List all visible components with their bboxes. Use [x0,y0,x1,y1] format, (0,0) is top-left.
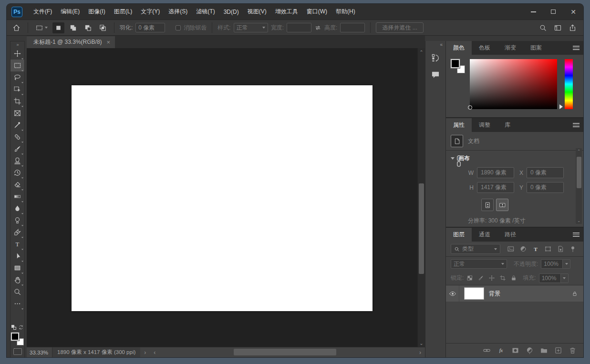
color-picker-marker[interactable] [468,105,472,110]
style-select[interactable]: 正常 [234,23,268,32]
landscape-orientation-button[interactable] [496,199,508,211]
width-input[interactable] [287,23,311,32]
rectangular-marquee-tool[interactable] [10,60,24,71]
tab-layers[interactable]: 图层 [446,228,472,242]
canvas-height-input[interactable]: 1417 像素 [477,182,514,193]
zoom-tool[interactable] [10,286,24,298]
expand-panels-button[interactable]: « [425,41,445,48]
panel-menu-icon[interactable] [573,233,580,237]
path-selection-tool[interactable] [10,250,24,262]
lock-pixels-icon[interactable] [477,274,484,282]
toolbar-expand-handle[interactable]: » [10,41,24,48]
vertical-scroll-thumb[interactable] [419,183,424,274]
hand-tool[interactable] [10,274,24,286]
delete-layer-icon[interactable] [569,346,577,354]
ps-logo[interactable]: Ps [11,7,22,17]
menu-window[interactable]: 窗口(W) [302,6,331,18]
menu-filter[interactable]: 滤镜(T) [192,6,219,18]
eyedropper-tool[interactable] [10,119,24,131]
close-button[interactable]: ✕ [563,4,583,20]
layer-lock-icon[interactable] [572,291,583,297]
tab-channels[interactable]: 通道 [472,228,497,242]
fill-dropdown[interactable] [561,273,569,283]
scroll-left-icon[interactable]: ‹ [150,349,159,356]
swap-colors-icon[interactable] [18,324,24,330]
canvas-y-input[interactable]: 0 像素 [527,182,564,193]
properties-scroll-thumb[interactable] [577,157,581,188]
layer-visibility-toggle[interactable] [446,285,459,302]
maximize-button[interactable] [543,4,563,20]
menu-edit[interactable]: 编辑(E) [56,6,84,18]
scroll-down-icon[interactable]: ⌄ [418,339,425,347]
new-selection-mode[interactable] [52,22,64,33]
fill-input[interactable]: 100% [539,273,561,283]
scroll-down-icon[interactable]: ⌄ [576,218,582,224]
antialias-checkbox[interactable] [176,25,181,30]
menu-image[interactable]: 图像(I) [84,6,109,18]
brush-tool[interactable] [10,143,24,155]
tab-gradients[interactable]: 渐变 [497,41,523,55]
menu-type[interactable]: 文字(Y) [136,6,164,18]
layer-filter-type-select[interactable]: 类型 [451,244,500,254]
lock-transparency-icon[interactable] [466,274,473,282]
minimize-button[interactable] [523,4,543,20]
tool-preset-picker[interactable] [33,22,50,33]
layer-name[interactable]: 背景 [489,290,572,298]
select-and-mask-button[interactable]: 选择并遮住 ... [376,22,423,33]
new-group-icon[interactable] [540,346,548,354]
history-panel-button[interactable] [427,51,444,65]
canvas-width-input[interactable]: 1890 像素 [477,167,514,178]
blur-tool[interactable] [10,202,24,214]
search-icon[interactable] [539,24,547,32]
scroll-right-icon[interactable]: › [415,349,425,356]
filter-smart-objects-icon[interactable] [557,245,564,253]
layer-row-background[interactable]: 背景 [446,285,583,302]
saturation-brightness-field[interactable] [470,59,557,109]
opacity-input[interactable]: 100% [541,259,563,269]
document-properties-button[interactable] [451,135,463,147]
menu-plugins[interactable]: 增效工具 [271,6,302,18]
height-input[interactable] [340,23,365,32]
tab-patterns[interactable]: 图案 [523,41,549,55]
lasso-tool[interactable] [10,71,24,83]
properties-scrollbar[interactable]: ⌃ ⌄ [576,148,582,224]
menu-select[interactable]: 选择(S) [164,6,192,18]
frame-tool[interactable] [10,107,24,119]
vertical-scrollbar[interactable]: ⌃ ⌄ [417,48,425,347]
tab-swatches[interactable]: 色板 [472,41,497,55]
swap-dimensions-icon[interactable] [314,24,321,32]
type-tool[interactable]: T [10,238,24,250]
tab-close-icon[interactable]: × [107,39,111,46]
filter-shape-layers-icon[interactable] [544,245,552,253]
canvas-x-input[interactable]: 0 像素 [527,167,564,178]
tab-properties[interactable]: 属性 [446,118,472,132]
eraser-tool[interactable] [10,179,24,191]
hue-slider[interactable] [565,59,573,109]
workspace-switcher-icon[interactable] [554,24,562,32]
new-adjustment-layer-icon[interactable] [526,346,534,354]
blend-mode-select[interactable]: 正常 [451,259,507,269]
tab-libraries[interactable]: 库 [497,118,518,132]
add-to-selection-mode[interactable] [67,22,79,33]
quick-mask-button[interactable] [13,348,22,355]
hue-slider-arrow[interactable] [559,104,563,109]
rectangle-tool[interactable] [10,262,24,274]
filter-adjustment-layers-icon[interactable] [519,245,527,253]
intersect-selection-mode[interactable] [97,22,109,33]
lock-position-icon[interactable] [488,274,495,282]
opacity-dropdown[interactable] [563,259,570,269]
lock-artboard-icon[interactable] [499,274,506,282]
filter-pin-icon[interactable] [569,245,577,253]
crop-tool[interactable] [10,95,24,107]
filter-pixel-layers-icon[interactable] [507,245,515,253]
tab-adjustments[interactable]: 调整 [472,118,497,132]
scroll-up-icon[interactable]: ⌃ [418,48,425,56]
home-button[interactable] [10,22,22,33]
spot-healing-brush-tool[interactable] [10,131,24,143]
menu-3d[interactable]: 3D(D) [219,7,243,17]
tab-paths[interactable]: 路径 [497,228,523,242]
zoom-level[interactable]: 33.33% [27,350,52,355]
object-selection-tool[interactable] [10,83,24,95]
panel-menu-icon[interactable] [573,46,580,50]
tab-color[interactable]: 颜色 [446,41,472,55]
